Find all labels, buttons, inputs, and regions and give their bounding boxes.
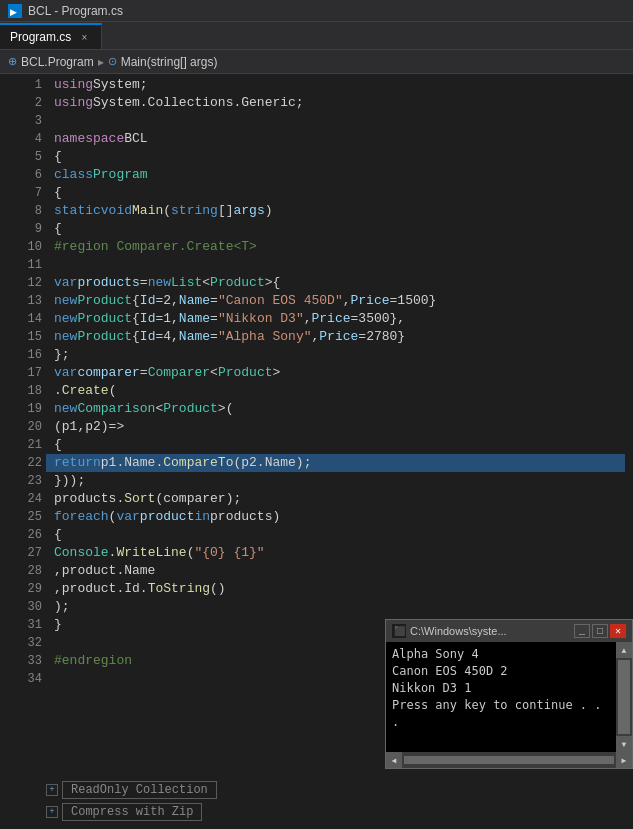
code-line: .Create( [54,382,633,400]
editor-area: 1234567891011121314151617181920212223242… [0,74,633,829]
console-scroll-up-button[interactable]: ▲ [616,642,632,658]
code-line: }; [54,346,633,364]
console-line: Alpha Sony 4 [392,646,610,663]
collapsed-region-2: + Compress with Zip [46,803,217,821]
console-minimize-button[interactable]: _ [574,624,590,638]
console-title-text: C:\Windows\syste... [410,625,507,637]
breadcrumb-separator: ▸ [98,55,104,69]
code-line [54,256,633,274]
title-bar: ▶ BCL - Program.cs [0,0,633,22]
collapsed-region-1: + ReadOnly Collection [46,781,217,799]
vs-icon: ▶ [8,4,22,18]
code-line: products.Sort(comparer); [54,490,633,508]
code-line: { [54,526,633,544]
console-window: ⬛ C:\Windows\syste... _ □ ✕ Alpha Sony 4… [385,619,633,769]
code-line: var products = new List<Product>{ [54,274,633,292]
tab-bar: Program.cs × [0,22,633,50]
line-numbers: 1234567891011121314151617181920212223242… [18,74,46,829]
svg-text:▶: ▶ [10,7,17,17]
console-line: Canon EOS 450D 2 [392,663,610,680]
code-line: namespace BCL [54,130,633,148]
code-line [54,112,633,130]
method-icon: ⊙ [108,55,117,68]
code-line: })); [54,472,633,490]
breadcrumb-method[interactable]: Main(string[] args) [121,55,218,69]
console-titlebar: ⬛ C:\Windows\syste... _ □ ✕ [386,620,632,642]
console-hscroll-track[interactable] [404,756,614,764]
console-horizontal-scrollbar: ◀ ▶ [386,752,632,768]
console-scrollbar: ▲ ▼ [616,642,632,752]
console-hscroll-right-button[interactable]: ▶ [616,752,632,768]
collapsed-regions: + ReadOnly Collection + Compress with Zi… [46,781,217,821]
collapse-gutter [0,74,18,829]
console-scroll-down-button[interactable]: ▼ [616,736,632,752]
code-line: (p1,p2)=> [54,418,633,436]
tab-close-button[interactable]: × [77,30,91,44]
console-icon: ⬛ [392,624,406,638]
expand-region-2-button[interactable]: + [46,806,58,818]
program-cs-tab[interactable]: Program.cs × [0,23,102,49]
region-2-label[interactable]: Compress with Zip [62,803,202,821]
region-1-label[interactable]: ReadOnly Collection [62,781,217,799]
code-line: ,product.Id.ToString() [54,580,633,598]
code-line: class Program [54,166,633,184]
console-scroll-thumb[interactable] [618,660,630,734]
console-line: Nikkon D3 1 [392,680,610,697]
code-line: using System; [54,76,633,94]
code-line: { [54,148,633,166]
code-line: using System.Collections.Generic; [54,94,633,112]
console-body: Alpha Sony 4Canon EOS 450D 2Nikkon D3 1P… [386,642,632,752]
console-close-button[interactable]: ✕ [610,624,626,638]
breadcrumb-namespace[interactable]: BCL.Program [21,55,94,69]
code-line: { [54,220,633,238]
code-line: ,product.Name [54,562,633,580]
breadcrumb-bar: ⊕ BCL.Program ▸ ⊙ Main(string[] args) [0,50,633,74]
code-line: #region Comparer.Create<T> [54,238,633,256]
console-line: Press any key to continue . . . [392,697,610,731]
console-controls: _ □ ✕ [574,624,626,638]
code-line: var comparer=Comparer<Product> [54,364,633,382]
console-title-left: ⬛ C:\Windows\syste... [392,624,507,638]
console-hscroll-left-button[interactable]: ◀ [386,752,402,768]
code-line: new Product{Id=1,Name="Nikkon D3",Price=… [54,310,633,328]
code-line: return p1.Name.CompareTo(p2.Name); [46,454,625,472]
code-line: { [54,184,633,202]
console-text-area: Alpha Sony 4Canon EOS 450D 2Nikkon D3 1P… [386,642,616,752]
console-maximize-button[interactable]: □ [592,624,608,638]
title-bar-text: BCL - Program.cs [28,4,123,18]
code-line: new Product{Id=2,Name="Canon EOS 450D",P… [54,292,633,310]
code-line: foreach (var product in products) [54,508,633,526]
code-line: { [54,436,633,454]
code-line: new Product{Id=4,Name="Alpha Sony",Price… [54,328,633,346]
tab-label: Program.cs [10,30,71,44]
code-line: new Comparison<Product>( [54,400,633,418]
code-line: Console.WriteLine("{0} {1}" [54,544,633,562]
expand-region-1-button[interactable]: + [46,784,58,796]
code-line: ); [54,598,633,616]
code-line: static void Main(string[] args) [54,202,633,220]
namespace-icon: ⊕ [8,55,17,68]
